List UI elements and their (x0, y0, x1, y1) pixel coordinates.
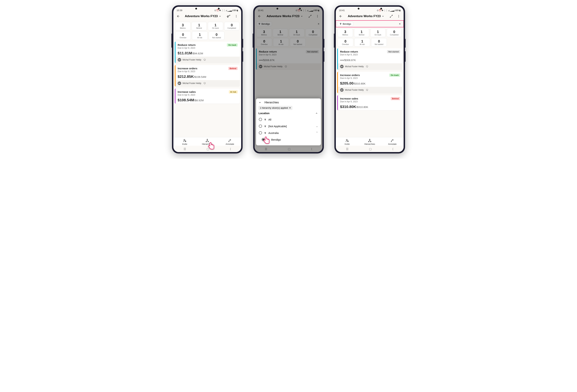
stat-notstarted[interactable]: 0Not started (290, 38, 306, 47)
expand-button[interactable] (388, 13, 395, 19)
chevron-down-icon (258, 101, 261, 104)
comment-icon[interactable]: 🗨︎ (366, 89, 368, 91)
hier-item-all[interactable]: All (258, 116, 319, 123)
radio-checked[interactable] (262, 138, 265, 141)
bottom-tabs: Invite Hierarchies Annotate (173, 137, 241, 146)
page-title[interactable]: Adventure Works FY23 (182, 14, 223, 18)
stat-atrisk[interactable]: 1At risk (354, 38, 370, 47)
svg-point-13 (398, 17, 399, 17)
applied-chip[interactable]: 1 hierarchy slicer(s) applied ✕ (258, 106, 292, 110)
stat-overdue[interactable]: 0Overdue (256, 38, 272, 47)
back-icon[interactable]: ⟨ (230, 147, 231, 151)
metric-card[interactable]: Reduce return Due in Apr 9, 2023 Not sta… (337, 48, 402, 70)
app-header: Adventure Works FY23 (173, 12, 241, 20)
close-filter-button[interactable]: ✕ (397, 22, 402, 26)
stat-metrics[interactable]: 3Metrics (338, 29, 353, 37)
tab-invite[interactable]: Invite (336, 139, 359, 145)
metric-name: Increase orders (178, 67, 197, 70)
metrics-list[interactable]: Reduce return Due in Apr 9, 2023 Not sta… (336, 48, 404, 137)
metric-card[interactable]: Increase orders Due in Apr 9, 2023 On tr… (337, 72, 402, 93)
back-icon[interactable]: ⟨ (311, 147, 312, 151)
more-button[interactable] (396, 13, 402, 19)
stat-overdue[interactable]: 0Overdue (175, 32, 191, 40)
page-title[interactable]: Adventure Works FY23 (264, 14, 306, 18)
panel-header[interactable]: Hierarchies (258, 101, 319, 104)
svg-point-17 (368, 141, 369, 142)
comment-icon[interactable]: 🗨︎ (366, 65, 368, 68)
stat-behind[interactable]: 1Behind (273, 29, 288, 37)
android-nav: ||| ▢ ⟨ (254, 146, 323, 152)
metric-footer: MF Michal Foster Heldy 🗨︎ (176, 57, 240, 63)
metric-due: Due in Apr 9, 2023 (340, 77, 360, 79)
metric-value: $212.85K/$108.54M (178, 74, 238, 79)
stat-completed[interactable]: 0Completed (387, 29, 402, 37)
close-filter-button[interactable]: ✕ (316, 22, 321, 26)
expand-button[interactable] (307, 13, 313, 19)
metric-value: $205.00/$310.80K (340, 81, 400, 85)
tab-hierarchies[interactable]: Hierarchies (359, 139, 381, 145)
filter-chip[interactable]: Bendigo (256, 22, 272, 26)
hierarchy-icon (340, 22, 342, 25)
stat-atrisk[interactable]: 1At risk (273, 38, 289, 47)
filter-chip[interactable]: Bendigo (338, 22, 353, 26)
metric-card[interactable]: Increase sales Due in Apr 9, 2023 At ris… (175, 89, 240, 103)
page-title[interactable]: Adventure Works FY23 (345, 14, 387, 18)
stat-metrics[interactable]: 3Metrics (256, 29, 272, 37)
svg-point-9 (317, 16, 318, 17)
radio[interactable] (259, 131, 262, 134)
chevron-down-icon (382, 15, 384, 17)
svg-point-3 (184, 139, 185, 140)
comment-icon[interactable]: 🗨︎ (285, 65, 287, 68)
stats-grid: 3Metrics 1Behind 1On track 0Completed 0O… (336, 27, 404, 48)
section-location[interactable]: Location (258, 112, 319, 115)
tab-annotate[interactable]: Annotate (218, 139, 241, 145)
stat-metrics[interactable]: 3Metrics (175, 22, 190, 30)
stat-behind[interactable]: 1Behind (192, 22, 207, 30)
recents-icon[interactable]: ||| (346, 147, 348, 151)
metric-card[interactable]: Reduce return Due in Apr 9, 2023 On trac… (175, 42, 240, 63)
comment-icon[interactable]: 🗨︎ (203, 59, 206, 61)
stat-ontrack[interactable]: 1On track (370, 29, 386, 37)
hier-item-bendigo[interactable]: Bendigo (258, 136, 319, 143)
stat-completed[interactable]: 0Completed (224, 22, 240, 30)
svg-point-1 (236, 16, 237, 17)
back-button[interactable] (256, 13, 263, 19)
stat-overdue[interactable]: 0Overdue (338, 38, 353, 47)
metric-card[interactable]: Reduce return Due in Apr 9, 2023 Not sta… (256, 48, 321, 70)
hier-item-australia[interactable]: Australia ⌃ (258, 130, 319, 136)
hierarchy-icon (264, 118, 266, 121)
stat-notstarted[interactable]: 0Not started (371, 38, 387, 47)
comment-icon[interactable]: 🗨︎ (203, 82, 206, 85)
chevron-up-icon[interactable]: ⌃ (316, 131, 318, 134)
home-icon[interactable]: ▢ (288, 147, 290, 151)
more-button[interactable] (233, 13, 239, 19)
tab-hierarchies[interactable]: Hierarchies (196, 139, 218, 145)
svg-point-8 (317, 15, 318, 16)
stat-behind[interactable]: 1Behind (354, 29, 369, 37)
recents-icon[interactable]: ||| (265, 147, 267, 151)
metrics-list[interactable]: Reduce return Due in Apr 9, 2023 On trac… (173, 42, 241, 137)
home-icon[interactable]: ▢ (207, 147, 209, 151)
metric-card[interactable]: Increase sales Due in Apr 9, 2023 Behind… (337, 95, 402, 110)
close-icon[interactable]: ✕ (289, 106, 291, 109)
radio[interactable] (259, 118, 262, 121)
stat-notstarted[interactable]: 0Not started (209, 32, 224, 40)
recents-icon[interactable]: ||| (184, 147, 186, 151)
metric-card[interactable]: Increase orders Due in Apr 9, 2023 Behin… (175, 65, 240, 86)
radio[interactable] (259, 125, 262, 128)
back-button[interactable] (175, 13, 181, 19)
tab-annotate[interactable]: Annotate (381, 139, 404, 145)
stats-row-1: 3Metrics 1Behind 1On track 0Completed (175, 22, 239, 30)
chevron-down-icon[interactable]: ⌄ (316, 125, 318, 128)
back-button[interactable] (338, 13, 344, 19)
stat-completed[interactable]: 0Completed (305, 29, 321, 37)
more-button[interactable] (314, 13, 321, 19)
hier-item-na[interactable]: [Not Applicable] ⌄ (258, 123, 319, 130)
stat-atrisk[interactable]: 1At risk (192, 32, 208, 40)
back-icon[interactable]: ⟨ (392, 147, 393, 151)
home-icon[interactable]: ▢ (369, 147, 372, 151)
stat-ontrack[interactable]: 1On track (208, 22, 223, 30)
stat-ontrack[interactable]: 1On track (289, 29, 304, 37)
tab-invite[interactable]: Invite (173, 139, 196, 145)
metric-due: Due in Apr 9, 2023 (259, 53, 277, 56)
